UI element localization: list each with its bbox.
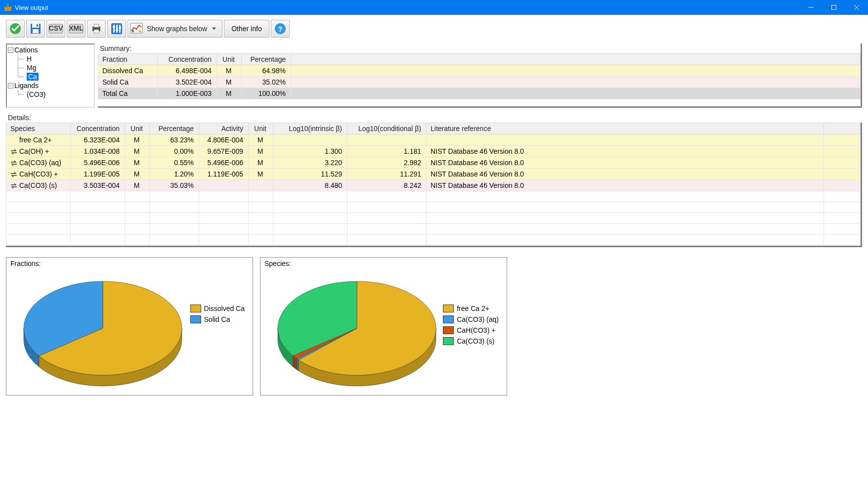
legend-label: Ca(CO3) (aq) xyxy=(457,315,499,323)
legend-label: Ca(CO3) (s) xyxy=(457,337,494,345)
svg-text:?: ? xyxy=(278,25,282,33)
collapse-icon[interactable]: − xyxy=(8,47,13,53)
table-row[interactable]: Ca(CO3) (s)3.503E-004M35.03%8.4808.242NI… xyxy=(6,180,861,191)
svg-rect-4 xyxy=(832,5,836,10)
col-concentration[interactable]: Concentration xyxy=(158,54,217,65)
col-spacer xyxy=(824,123,861,134)
col-activity[interactable]: Activity xyxy=(199,123,249,134)
save-button[interactable] xyxy=(26,20,45,38)
col-percentage[interactable]: Percentage xyxy=(242,54,291,65)
col-conc[interactable]: Concentration xyxy=(71,123,125,134)
swatch-icon xyxy=(190,305,201,312)
pie-species xyxy=(275,275,438,391)
tree-label: H xyxy=(27,55,32,63)
chart-title: Species: xyxy=(264,260,291,267)
svg-point-25 xyxy=(132,30,134,32)
legend-item: CaH(CO3) + xyxy=(443,326,499,334)
table-row xyxy=(6,191,861,202)
col-spacer xyxy=(291,54,861,65)
tree-label: Mg xyxy=(27,64,36,72)
legend-item: Dissolved Ca xyxy=(190,305,245,312)
minimize-button[interactable] xyxy=(800,0,823,15)
col-species[interactable]: Species xyxy=(6,123,71,134)
table-row[interactable]: Total Ca1.000E-003M100.00% xyxy=(98,88,861,99)
col-logib[interactable]: Log10(intrinsic β) xyxy=(273,123,347,134)
ok-button[interactable] xyxy=(6,20,25,38)
svg-rect-19 xyxy=(116,25,118,33)
table-row[interactable]: Ca(CO3) (aq)5.496E-006M0.55%5.496E-006M3… xyxy=(6,157,861,169)
other-info-button[interactable]: Other info xyxy=(224,20,269,38)
tree-panel[interactable]: −Cations H Mg Ca −Ligands (CO3) xyxy=(6,44,95,108)
species-chart: Species: free Ca 2+ Ca(CO3) (aq) CaH(CO3… xyxy=(260,257,507,395)
swatch-icon xyxy=(443,337,454,345)
tree-label: Ca xyxy=(27,73,39,81)
col-logcb[interactable]: Log10(conditional β) xyxy=(347,123,427,134)
close-button[interactable] xyxy=(845,0,868,15)
legend-item: Ca(CO3) (aq) xyxy=(443,315,499,323)
legend-item: Ca(CO3) (s) xyxy=(443,337,499,345)
svg-point-26 xyxy=(139,30,141,32)
tree-node-ligands[interactable]: −Ligands xyxy=(8,81,93,90)
chart-title: Fractions: xyxy=(10,260,41,267)
graph-icon xyxy=(130,23,143,35)
help-button[interactable]: ? xyxy=(271,20,290,38)
table-row[interactable]: CaH(CO3) +1.199E-005M1.20%1.119E-005M11.… xyxy=(6,169,861,180)
col-unit[interactable]: Unit xyxy=(125,123,150,134)
tree-item-h[interactable]: H xyxy=(8,54,93,63)
col-fraction[interactable]: Fraction xyxy=(98,54,158,65)
svg-rect-8 xyxy=(33,29,39,33)
details-title: Details: xyxy=(6,113,862,123)
print-button[interactable] xyxy=(87,20,106,38)
legend-label: free Ca 2+ xyxy=(457,305,489,312)
export-xml-button[interactable]: XML xyxy=(67,20,86,38)
col-unit[interactable]: Unit xyxy=(217,54,242,65)
legend-item: Solid Ca xyxy=(190,315,245,323)
table-row[interactable]: free Ca 2+6.323E-004M63.23%4.806E-004M xyxy=(6,134,861,146)
tree-label: Cations xyxy=(14,46,38,54)
swatch-icon xyxy=(190,315,201,323)
svg-rect-18 xyxy=(113,25,115,33)
settings-button[interactable] xyxy=(107,20,126,38)
pie-fractions xyxy=(21,275,184,391)
table-row xyxy=(6,235,861,246)
svg-rect-16 xyxy=(94,30,99,33)
svg-rect-22 xyxy=(116,29,118,31)
swatch-icon xyxy=(443,315,454,323)
table-row xyxy=(6,202,861,213)
swatch-icon xyxy=(443,305,454,312)
fractions-chart: Fractions: Dissolved Ca Solid Ca xyxy=(6,257,253,395)
toolbar: CSV XML Show graphs below Other info ? xyxy=(6,20,862,38)
graph-mode-value: Show graphs below xyxy=(146,25,218,33)
tree-item-ca[interactable]: Ca xyxy=(8,72,93,81)
summary-title: Summary: xyxy=(98,44,861,53)
svg-rect-23 xyxy=(119,27,121,29)
legend-fractions: Dissolved Ca Solid Ca xyxy=(190,305,245,323)
details-table: Species Concentration Unit Percentage Ac… xyxy=(6,123,861,246)
svg-rect-9 xyxy=(37,24,38,27)
table-row[interactable]: Ca(OH) +1.034E-008M0.00%9.657E-009M1.300… xyxy=(6,146,861,157)
col-ref[interactable]: Literature reference xyxy=(427,123,824,134)
export-csv-button[interactable]: CSV xyxy=(46,20,65,38)
legend-species: free Ca 2+ Ca(CO3) (aq) CaH(CO3) + Ca(CO… xyxy=(443,305,499,345)
other-info-label: Other info xyxy=(231,25,261,33)
svg-rect-21 xyxy=(113,26,115,28)
tree-item-mg[interactable]: Mg xyxy=(8,63,93,72)
col-unit2[interactable]: Unit xyxy=(249,123,273,134)
graph-mode-dropdown[interactable]: Show graphs below xyxy=(128,20,222,38)
legend-label: Solid Ca xyxy=(204,315,230,323)
collapse-icon[interactable]: − xyxy=(8,83,13,88)
table-row xyxy=(6,213,861,224)
tree-item-co3[interactable]: (CO3) xyxy=(8,90,93,99)
titlebar: View output xyxy=(0,0,868,15)
col-pct[interactable]: Percentage xyxy=(150,123,199,134)
tree-label: Ligands xyxy=(14,82,39,89)
app-icon xyxy=(4,3,12,11)
tree-node-cations[interactable]: −Cations xyxy=(8,45,93,54)
table-row[interactable]: Solid Ca3.502E-004M35.02% xyxy=(98,77,861,88)
maximize-button[interactable] xyxy=(823,0,845,15)
tree-label: (CO3) xyxy=(27,90,45,98)
window-controls xyxy=(800,0,868,15)
table-row[interactable]: Dissolved Ca6.498E-004M64.98% xyxy=(98,65,861,77)
svg-rect-15 xyxy=(94,24,99,27)
summary-table: Fraction Concentration Unit Percentage D… xyxy=(98,53,861,99)
